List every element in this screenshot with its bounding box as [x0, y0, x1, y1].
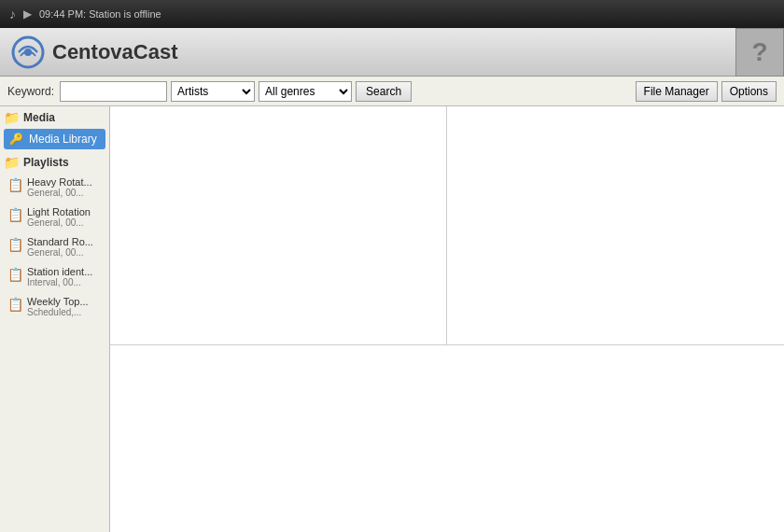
playlist-sub: General, 00...	[27, 217, 91, 228]
left-panel	[110, 106, 447, 344]
content-bottom	[110, 345, 784, 532]
logo-text: CentovaCast	[52, 40, 177, 64]
right-panel	[447, 106, 784, 344]
music-icon: ♪	[9, 7, 16, 21]
status-text: 09:44 PM: Station is offline	[39, 8, 775, 20]
playlist-sub: General, 00...	[27, 188, 92, 198]
options-button[interactable]: Options	[721, 81, 777, 102]
genre-select[interactable]: All genres Pop Rock Jazz	[259, 81, 352, 102]
playlist-name: Standard Ro...	[27, 236, 93, 247]
media-folder-icon: 📁	[4, 110, 20, 125]
sidebar-item-playlist-3[interactable]: 📋 Station ident... Interval, 00...	[2, 262, 107, 291]
media-library-icon: 🔑	[9, 133, 23, 146]
playlist-icon: 📋	[7, 237, 23, 252]
playlist-name: Light Rotation	[27, 206, 91, 217]
logo-icon	[11, 35, 45, 69]
playlists-section-header[interactable]: 📁 Playlists	[0, 151, 109, 172]
playlist-icon: 📋	[7, 207, 23, 222]
main-area: 📁 Media 🔑 Media Library 📁 Playlists 📋 He…	[0, 106, 784, 532]
playlist-icon: 📋	[7, 267, 23, 282]
logo-area: CentovaCast	[11, 35, 177, 69]
sidebar-item-playlist-1[interactable]: 📋 Light Rotation General, 00...	[2, 203, 107, 231]
playlist-sub: General, 00...	[27, 247, 93, 258]
playlist-sub: Scheduled,...	[27, 307, 89, 317]
search-button[interactable]: Search	[356, 81, 412, 102]
sidebar: 📁 Media 🔑 Media Library 📁 Playlists 📋 He…	[0, 106, 110, 532]
playlists-folder-icon: 📁	[4, 155, 20, 170]
keyword-input[interactable]	[60, 81, 167, 102]
sidebar-item-playlist-4[interactable]: 📋 Weekly Top... Scheduled,...	[2, 292, 107, 321]
content-area	[110, 106, 784, 532]
help-button[interactable]: ?	[735, 28, 784, 77]
file-manager-button[interactable]: File Manager	[636, 81, 718, 102]
media-section-header[interactable]: 📁 Media	[0, 106, 109, 127]
sidebar-item-playlist-0[interactable]: 📋 Heavy Rotat... General, 00...	[2, 173, 107, 202]
media-library-label: Media Library	[29, 133, 97, 146]
playlist-sub: Interval, 00...	[27, 277, 92, 287]
toolbar: Keyword: Artists Title Album All genres …	[0, 77, 784, 106]
artist-select[interactable]: Artists Title Album	[171, 81, 255, 102]
playlist-name: Weekly Top...	[27, 296, 89, 307]
top-bar: ♪ ▶ 09:44 PM: Station is offline	[0, 0, 784, 28]
playlist-name: Heavy Rotat...	[27, 176, 92, 188]
header: CentovaCast ?	[0, 28, 784, 77]
sidebar-item-playlist-2[interactable]: 📋 Standard Ro... General, 00...	[2, 232, 107, 261]
playlists-label: Playlists	[23, 156, 69, 169]
playlist-name: Station ident...	[27, 266, 92, 277]
svg-point-1	[24, 49, 32, 56]
content-top	[110, 106, 784, 345]
playlist-icon: 📋	[7, 297, 23, 312]
play-icon: ▶	[23, 7, 32, 21]
playlist-icon: 📋	[7, 177, 23, 192]
sidebar-item-media-library[interactable]: 🔑 Media Library	[4, 129, 105, 149]
media-label: Media	[23, 111, 55, 124]
keyword-label: Keyword:	[7, 85, 54, 98]
playlist-list: 📋 Heavy Rotat... General, 00... 📋 Light …	[0, 173, 109, 321]
